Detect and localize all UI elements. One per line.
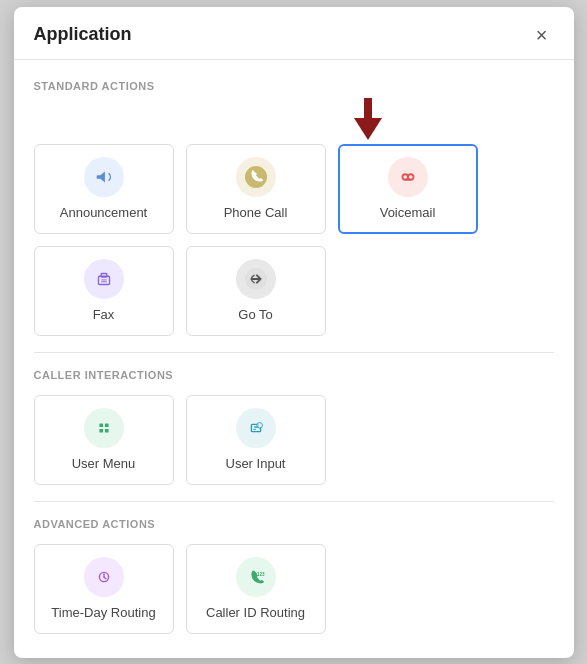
user-menu-label: User Menu [72,456,136,471]
action-card-announcement[interactable]: Announcement [34,144,174,234]
standard-actions-grid: Announcement Phone Call [34,144,554,336]
modal-title: Application [34,24,132,45]
action-card-voicemail[interactable]: Voicemail [338,144,478,234]
svg-point-12 [93,417,115,439]
close-button[interactable]: × [530,23,554,47]
svg-rect-14 [104,423,108,427]
action-card-time-day-routing[interactable]: Time-Day Routing [34,544,174,634]
svg-text:I: I [258,424,259,428]
svg-rect-15 [99,429,103,433]
standard-actions-label: STANDARD ACTIONS [34,80,554,92]
modal-body: STANDARD ACTIONS Announcement [14,60,574,658]
action-card-fax[interactable]: Fax [34,246,174,336]
advanced-actions-grid: Time-Day Routing 123 Caller ID Routing [34,544,554,634]
arrow-indicator [34,98,554,140]
arrow-stem [364,98,372,118]
time-day-routing-icon [84,557,124,597]
goto-label: Go To [238,307,272,322]
svg-rect-16 [104,429,108,433]
modal-header: Application × [14,7,574,60]
svg-text:123: 123 [256,572,264,577]
application-modal: Application × STANDARD ACTIONS [14,7,574,658]
action-card-caller-id-routing[interactable]: 123 Caller ID Routing [186,544,326,634]
svg-point-6 [93,268,115,290]
time-day-routing-label: Time-Day Routing [51,605,155,620]
svg-rect-13 [99,423,103,427]
caller-interactions-grid: User Menu I User Input [34,395,554,485]
caller-id-routing-icon: 123 [236,557,276,597]
action-card-phone-call[interactable]: Phone Call [186,144,326,234]
voicemail-icon [388,157,428,197]
phone-call-label: Phone Call [224,205,288,220]
action-card-user-menu[interactable]: User Menu [34,395,174,485]
phone-call-icon [236,157,276,197]
fax-label: Fax [93,307,115,322]
caller-interactions-label: CALLER INTERACTIONS [34,369,554,381]
goto-icon [236,259,276,299]
voicemail-label: Voicemail [380,205,436,220]
caller-id-routing-label: Caller ID Routing [206,605,305,620]
user-input-label: User Input [226,456,286,471]
user-menu-icon [84,408,124,448]
advanced-actions-label: ADVANCED ACTIONS [34,518,554,530]
svg-point-17 [245,417,267,439]
action-card-user-input[interactable]: I User Input [186,395,326,485]
fax-icon [84,259,124,299]
arrow-head [354,118,382,140]
announcement-label: Announcement [60,205,147,220]
user-input-icon: I [236,408,276,448]
divider-1 [34,352,554,353]
action-card-goto[interactable]: Go To [186,246,326,336]
announcement-icon [84,157,124,197]
divider-2 [34,501,554,502]
